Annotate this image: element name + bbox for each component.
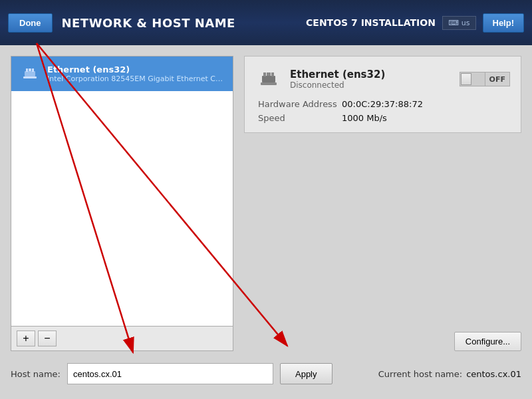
bottom-bar: Host name: Apply Current host name: cent… <box>11 359 521 388</box>
current-hostname-area: Current host name: centos.cx.01 <box>378 369 521 379</box>
header-right: CENTOS 7 INSTALLATION ⌨ us Help! <box>306 13 524 33</box>
svg-rect-4 <box>32 68 34 72</box>
remove-network-button[interactable]: − <box>38 331 57 346</box>
ethernet-list-icon <box>19 63 41 84</box>
keyboard-layout: us <box>462 19 470 27</box>
speed-value: 1000 Mb/s <box>342 113 387 123</box>
configure-button[interactable]: Configure... <box>454 332 521 351</box>
svg-rect-7 <box>262 76 275 82</box>
ethernet-name: Ethernet (ens32) <box>290 68 385 80</box>
hardware-address-row: Hardware Address 00:0C:29:37:88:72 <box>258 99 510 109</box>
keyboard-indicator[interactable]: ⌨ us <box>442 16 476 30</box>
add-network-button[interactable]: + <box>17 331 35 346</box>
toggle-switch[interactable]: OFF <box>460 72 510 86</box>
page-title: NETWORK & HOST NAME <box>62 16 235 30</box>
ethernet-details: Hardware Address 00:0C:29:37:88:72 Speed… <box>255 99 510 123</box>
ethernet-status: Disconnected <box>290 80 385 90</box>
network-list: Ethernet (ens32) Intel Corporation 82545… <box>11 57 233 326</box>
toggle-track[interactable] <box>460 72 485 86</box>
header: Done NETWORK & HOST NAME CENTOS 7 INSTAL… <box>0 0 532 45</box>
current-hostname-label: Current host name: <box>378 369 462 379</box>
header-left: Done NETWORK & HOST NAME <box>8 13 235 33</box>
right-panel: Ethernet (ens32) Disconnected OFF <box>244 56 521 351</box>
ethernet-info-card: Ethernet (ens32) Disconnected OFF <box>244 56 521 133</box>
toggle-label: OFF <box>485 72 510 86</box>
ethernet-detail-icon <box>255 66 282 92</box>
svg-rect-3 <box>26 68 28 72</box>
svg-rect-8 <box>263 72 266 76</box>
list-item[interactable]: Ethernet (ens32) Intel Corporation 82545… <box>11 57 233 91</box>
main-content: Ethernet (ens32) Intel Corporation 82545… <box>0 45 532 399</box>
help-button[interactable]: Help! <box>483 13 525 33</box>
done-button[interactable]: Done <box>8 13 53 33</box>
ethernet-header: Ethernet (ens32) Disconnected OFF <box>255 66 510 92</box>
speed-row: Speed 1000 Mb/s <box>258 113 510 123</box>
network-list-panel: Ethernet (ens32) Intel Corporation 82545… <box>11 56 233 351</box>
network-item-desc: Intel Corporation 82545EM Gigabit Ethern… <box>47 74 225 83</box>
network-item-name: Ethernet (ens32) <box>47 65 225 74</box>
svg-rect-2 <box>25 71 35 76</box>
toggle-knob <box>461 73 471 85</box>
configure-btn-area: Configure... <box>244 332 521 351</box>
hostname-input[interactable] <box>67 363 273 384</box>
keyboard-icon: ⌨ <box>448 19 459 27</box>
centos-label: CENTOS 7 INSTALLATION <box>306 17 436 28</box>
list-toolbar: + − <box>11 326 233 350</box>
hardware-address-value: 00:0C:29:37:88:72 <box>342 99 423 109</box>
ethernet-name-group: Ethernet (ens32) Disconnected <box>290 68 385 90</box>
svg-rect-5 <box>261 82 277 85</box>
apply-button[interactable]: Apply <box>280 363 332 384</box>
hardware-address-label: Hardware Address <box>258 99 338 109</box>
hostname-label: Host name: <box>11 369 61 379</box>
svg-rect-0 <box>23 76 37 78</box>
content-area: Ethernet (ens32) Intel Corporation 82545… <box>11 56 521 351</box>
svg-rect-9 <box>271 72 274 76</box>
network-item-text: Ethernet (ens32) Intel Corporation 82545… <box>47 65 225 83</box>
ethernet-title-group: Ethernet (ens32) Disconnected <box>255 66 385 92</box>
current-hostname-value: centos.cx.01 <box>466 369 521 379</box>
app-window: Done NETWORK & HOST NAME CENTOS 7 INSTAL… <box>0 0 532 399</box>
speed-label: Speed <box>258 113 338 123</box>
